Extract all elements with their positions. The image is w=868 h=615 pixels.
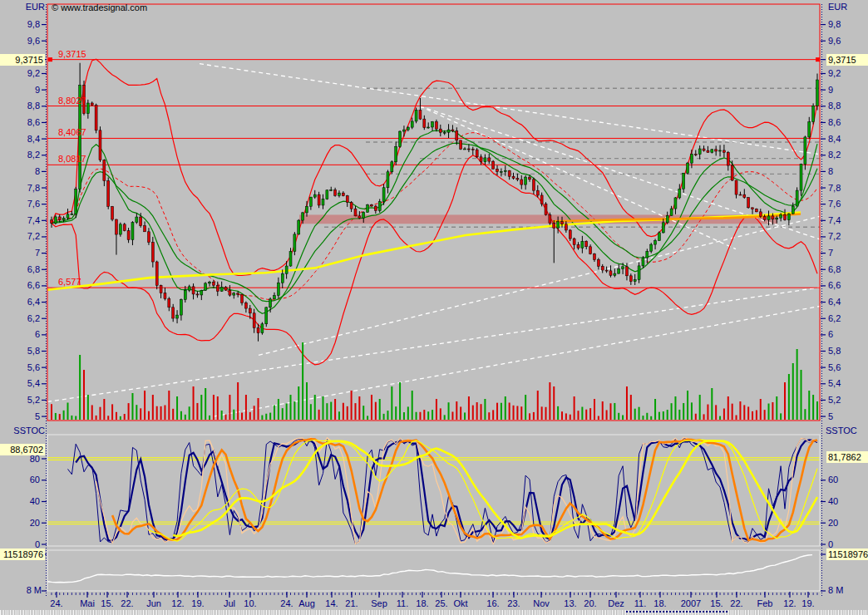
sstoc-current-value-left: 88,6702: [0, 444, 45, 455]
svg-text:8,0817: 8,0817: [58, 154, 86, 164]
chart-canvas[interactable]: 9,37158,80278,40678,08176,577: [0, 0, 868, 615]
tradesignal-chart-window: 9,37158,80278,40678,08176,577 © www.trad…: [0, 0, 868, 615]
svg-text:9,3715: 9,3715: [58, 49, 86, 59]
sstoc-current-value-right: 81,7862: [826, 451, 868, 463]
svg-text:6,577: 6,577: [58, 277, 81, 287]
time-scrollbar-selection[interactable]: [626, 611, 727, 613]
price-current-value-left: 9,3715: [0, 54, 45, 66]
volume-current-value-left: 11518976: [0, 549, 45, 560]
svg-text:8,8027: 8,8027: [58, 96, 86, 106]
time-scrollbar[interactable]: [0, 610, 868, 615]
volume-current-value-right: 11518976: [826, 549, 868, 560]
price-current-value-right: 9,3715: [826, 54, 868, 66]
svg-text:8,4067: 8,4067: [58, 127, 86, 137]
